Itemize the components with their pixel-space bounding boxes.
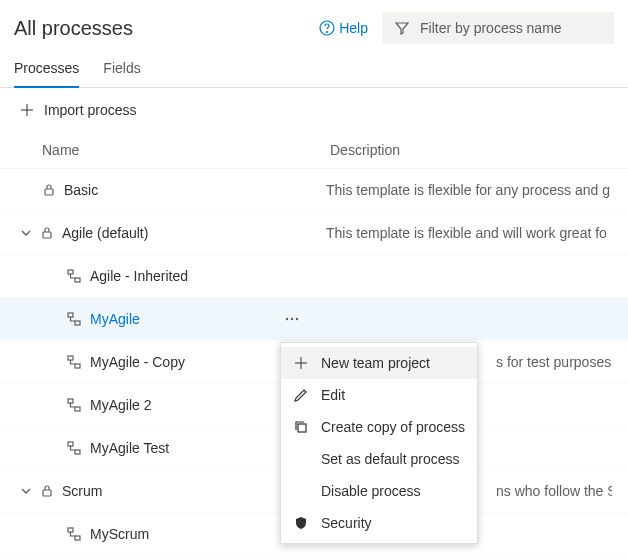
- svg-point-10: [296, 318, 298, 320]
- process-name: Scrum: [62, 483, 102, 499]
- svg-rect-15: [68, 442, 73, 446]
- menu-create-copy[interactable]: Create copy of process: [281, 411, 477, 443]
- svg-rect-17: [43, 490, 51, 496]
- lock-icon: [42, 183, 56, 197]
- page-title: All processes: [14, 17, 319, 40]
- filter-icon: [394, 20, 410, 36]
- lock-icon: [40, 226, 54, 240]
- svg-rect-4: [68, 270, 73, 274]
- import-label: Import process: [44, 102, 137, 118]
- tabs: Processes Fields: [0, 48, 628, 88]
- inherit-icon: [66, 354, 82, 370]
- table-row[interactable]: Basic This template is flexible for any …: [0, 169, 628, 212]
- inherit-icon: [66, 526, 82, 542]
- col-name: Name: [42, 142, 330, 158]
- svg-rect-12: [75, 364, 80, 368]
- more-icon: [285, 317, 299, 321]
- process-name: MyAgile Test: [90, 440, 169, 456]
- svg-rect-18: [68, 528, 73, 532]
- blank-icon: [293, 483, 309, 499]
- table-header: Name Description: [0, 132, 628, 169]
- svg-rect-5: [75, 278, 80, 282]
- svg-point-8: [286, 318, 288, 320]
- process-name: MyScrum: [90, 526, 149, 542]
- svg-point-9: [291, 318, 293, 320]
- svg-point-1: [327, 32, 328, 33]
- context-menu: New team project Edit Create copy of pro…: [280, 342, 478, 544]
- table-row[interactable]: MyAgile: [0, 298, 628, 341]
- inherit-icon: [66, 311, 82, 327]
- menu-edit[interactable]: Edit: [281, 379, 477, 411]
- menu-disable[interactable]: Disable process: [281, 475, 477, 507]
- plus-icon: [20, 103, 34, 117]
- svg-rect-14: [75, 407, 80, 411]
- process-desc: This template is flexible for any proces…: [326, 182, 612, 198]
- tab-fields[interactable]: Fields: [103, 56, 140, 87]
- table-row[interactable]: Agile - Inherited: [0, 255, 628, 298]
- svg-rect-20: [298, 424, 306, 432]
- process-name: MyAgile - Copy: [90, 354, 185, 370]
- menu-set-default[interactable]: Set as default process: [281, 443, 477, 475]
- inherit-icon: [66, 397, 82, 413]
- svg-rect-19: [75, 536, 80, 540]
- process-name[interactable]: MyAgile: [90, 311, 140, 327]
- help-icon: [319, 20, 335, 36]
- chevron-down-icon[interactable]: [20, 227, 32, 239]
- inherit-icon: [66, 440, 82, 456]
- svg-rect-16: [75, 450, 80, 454]
- filter-placeholder: Filter by process name: [420, 20, 562, 36]
- menu-label: Disable process: [321, 483, 421, 499]
- chevron-down-icon[interactable]: [20, 485, 32, 497]
- help-label: Help: [339, 20, 368, 36]
- lock-icon: [40, 484, 54, 498]
- help-link[interactable]: Help: [319, 20, 368, 36]
- menu-label: New team project: [321, 355, 430, 371]
- svg-rect-7: [75, 321, 80, 325]
- svg-rect-3: [43, 232, 51, 238]
- menu-label: Set as default process: [321, 451, 460, 467]
- menu-new-team-project[interactable]: New team project: [281, 347, 477, 379]
- process-name: Basic: [64, 182, 98, 198]
- copy-icon: [293, 419, 309, 435]
- svg-rect-11: [68, 356, 73, 360]
- filter-input[interactable]: Filter by process name: [382, 12, 614, 44]
- blank-icon: [293, 451, 309, 467]
- plus-icon: [293, 355, 309, 371]
- edit-icon: [293, 387, 309, 403]
- svg-rect-6: [68, 313, 73, 317]
- tab-processes[interactable]: Processes: [14, 56, 79, 88]
- shield-icon: [293, 515, 309, 531]
- process-name: Agile (default): [62, 225, 148, 241]
- menu-label: Edit: [321, 387, 345, 403]
- svg-rect-13: [68, 399, 73, 403]
- import-process-button[interactable]: Import process: [0, 88, 628, 132]
- menu-label: Security: [321, 515, 372, 531]
- process-name: Agile - Inherited: [90, 268, 188, 284]
- inherit-icon: [66, 268, 82, 284]
- process-desc: This template is flexible and will work …: [326, 225, 612, 241]
- menu-label: Create copy of process: [321, 419, 465, 435]
- col-description: Description: [330, 142, 400, 158]
- table-row[interactable]: Agile (default) This template is flexibl…: [0, 212, 628, 255]
- process-name: MyAgile 2: [90, 397, 151, 413]
- more-actions-button[interactable]: [280, 307, 304, 331]
- svg-rect-2: [45, 189, 53, 195]
- menu-security[interactable]: Security: [281, 507, 477, 539]
